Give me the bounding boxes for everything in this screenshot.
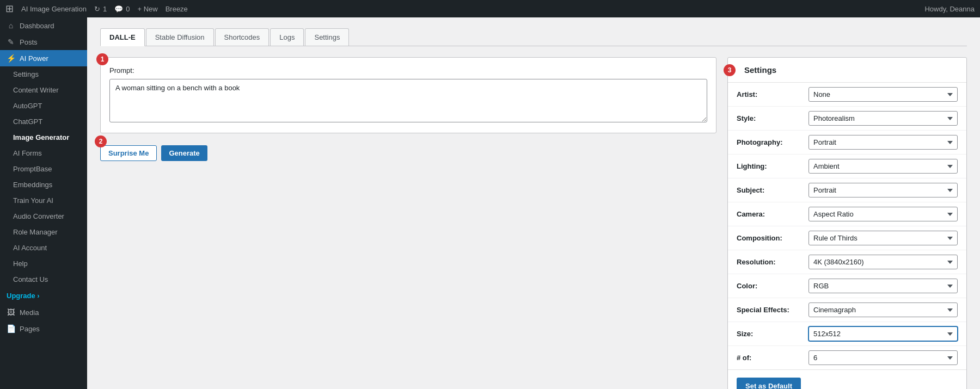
sidebar-item-posts[interactable]: ✎ Posts [0,34,87,50]
generate-button[interactable]: Generate [161,145,207,161]
updates-count: 1 [103,5,107,13]
sidebar-item-pages[interactable]: 📄 Pages [0,320,87,337]
settings-header: 3 Settings [728,58,966,83]
composition-select[interactable]: Rule of Thirds [808,231,958,245]
sidebar-item-chatgpt[interactable]: ChatGPT [0,114,87,129]
lighting-select[interactable]: Ambient [808,159,958,174]
camera-select[interactable]: Aspect Ratio [808,207,958,221]
composition-label: Composition: [737,234,802,242]
photography-label: Photography: [737,138,802,146]
new-item[interactable]: + New [137,5,157,13]
main-layout: ⌂ Dashboard ✎ Posts ⚡ AI Power Settings … [0,17,980,389]
subject-select[interactable]: Portrait [808,183,958,197]
settings-row-composition: Composition: Rule of Thirds [728,226,966,250]
num-of-select[interactable]: 6 [808,350,958,365]
left-column: 1 Prompt: A woman sitting on a bench wit… [100,57,716,161]
updates-item[interactable]: ↻ 1 [94,5,107,13]
photography-select[interactable]: Portrait [808,135,958,150]
sidebar-item-ai-forms[interactable]: AI Forms [0,145,87,161]
sidebar-label-content-writer: Content Writer [13,86,59,94]
size-label: Size: [737,330,802,338]
howdy-text[interactable]: Howdy, Deanna [924,5,975,13]
settings-body: Artist: None Style: Photorealism Photogr… [728,83,966,369]
color-select[interactable]: RGB [808,279,958,293]
content-area: DALL-E Stable Diffusion Shortcodes Logs … [87,17,980,389]
sidebar-label-ai-forms: AI Forms [13,149,42,157]
lighting-label: Lighting: [737,162,802,170]
sidebar-label-role-manager: Role Manager [13,228,58,236]
sidebar-label-media: Media [20,308,39,317]
sidebar-label-image-generator: Image Generator [13,133,69,141]
tabs-bar: DALL-E Stable Diffusion Shortcodes Logs … [100,28,967,46]
style-select[interactable]: Photorealism [808,111,958,126]
site-name[interactable]: AI Image Generation [21,5,87,13]
special-effects-select[interactable]: Cinemagraph [808,302,958,317]
tab-logs[interactable]: Logs [270,28,304,46]
updates-icon: ↻ [94,5,100,13]
resolution-select[interactable]: 4K (3840x2160) [808,255,958,269]
sidebar-label-chatgpt: ChatGPT [13,118,42,126]
sidebar-item-content-writer[interactable]: Content Writer [0,82,87,98]
sidebar-label-contact-us: Contact Us [13,275,48,283]
sidebar-label-autogpt: AutoGPT [13,102,42,110]
prompt-label: Prompt: [109,66,707,75]
tab-dalle[interactable]: DALL-E [100,28,145,46]
tab-stable-diffusion[interactable]: Stable Diffusion [146,28,214,46]
sidebar-item-ai-account[interactable]: AI Account [0,240,87,256]
subject-label: Subject: [737,186,802,194]
admin-bar-right: Howdy, Deanna [924,5,975,13]
sidebar-item-role-manager[interactable]: Role Manager [0,224,87,240]
comments-item[interactable]: 💬 0 [114,5,130,13]
sidebar-item-settings[interactable]: Settings [0,66,87,82]
sidebar-item-dashboard[interactable]: ⌂ Dashboard [0,17,87,34]
two-column-layout: 1 Prompt: A woman sitting on a bench wit… [100,57,967,389]
settings-row-num-of: # of: 6 [728,346,966,369]
sidebar-item-train-your-ai[interactable]: Train Your AI [0,193,87,208]
sidebar-item-promptbase[interactable]: PromptBase [0,161,87,177]
sidebar-label-posts: Posts [20,38,38,46]
settings-row-style: Style: Photorealism [728,107,966,131]
sidebar-item-embeddings[interactable]: Embeddings [0,177,87,193]
settings-footer: Set as Default [728,369,966,389]
prompt-section: 1 Prompt: A woman sitting on a bench wit… [100,57,716,133]
sidebar-label-help: Help [13,260,28,268]
posts-icon: ✎ [7,38,15,46]
admin-bar: ⊞ AI Image Generation ↻ 1 💬 0 + New Bree… [0,0,980,17]
settings-row-special-effects: Special Effects: Cinemagraph [728,298,966,322]
sidebar-item-ai-power[interactable]: ⚡ AI Power [0,50,87,66]
admin-bar-left: ⊞ AI Image Generation ↻ 1 💬 0 + New Bree… [5,3,916,15]
sidebar-item-autogpt[interactable]: AutoGPT [0,98,87,114]
action-buttons-container: 2 Surprise Me Generate [100,140,207,161]
step3-badge: 3 [724,64,736,76]
settings-row-lighting: Lighting: Ambient [728,155,966,178]
step2-badge: 2 [95,135,107,147]
sidebar-label-ai-account: AI Account [13,244,47,252]
sidebar-item-help[interactable]: Help [0,256,87,271]
pages-icon: 📄 [7,324,15,333]
color-label: Color: [737,282,802,290]
sidebar-item-audio-converter[interactable]: Audio Converter [0,208,87,224]
sidebar-label-dashboard: Dashboard [20,22,54,30]
dashboard-icon: ⌂ [7,21,15,30]
sidebar-item-contact-us[interactable]: Contact Us [0,271,87,287]
settings-row-resolution: Resolution: 4K (3840x2160) [728,250,966,274]
breeze-item[interactable]: Breeze [166,5,188,13]
media-icon: 🖼 [7,308,15,317]
sidebar-label-pages: Pages [20,325,40,333]
comments-count: 0 [126,5,130,13]
sidebar-item-media[interactable]: 🖼 Media [0,304,87,320]
sidebar-label-audio-converter: Audio Converter [13,212,64,220]
tab-settings[interactable]: Settings [305,28,349,46]
wordpress-logo-icon[interactable]: ⊞ [5,3,14,15]
settings-panel: 3 Settings Artist: None Style: Photoreal… [727,57,967,389]
size-select[interactable]: 512x512 [808,326,958,341]
settings-row-color: Color: RGB [728,274,966,298]
artist-label: Artist: [737,90,802,98]
sidebar-upgrade-link[interactable]: Upgrade › [0,287,87,304]
sidebar-item-image-generator[interactable]: Image Generator [0,129,87,145]
surprise-me-button[interactable]: Surprise Me [100,145,157,161]
set-as-default-button[interactable]: Set as Default [737,378,801,389]
artist-select[interactable]: None [808,87,958,102]
prompt-textarea[interactable]: A woman sitting on a bench with a book [109,79,707,122]
tab-shortcodes[interactable]: Shortcodes [215,28,270,46]
